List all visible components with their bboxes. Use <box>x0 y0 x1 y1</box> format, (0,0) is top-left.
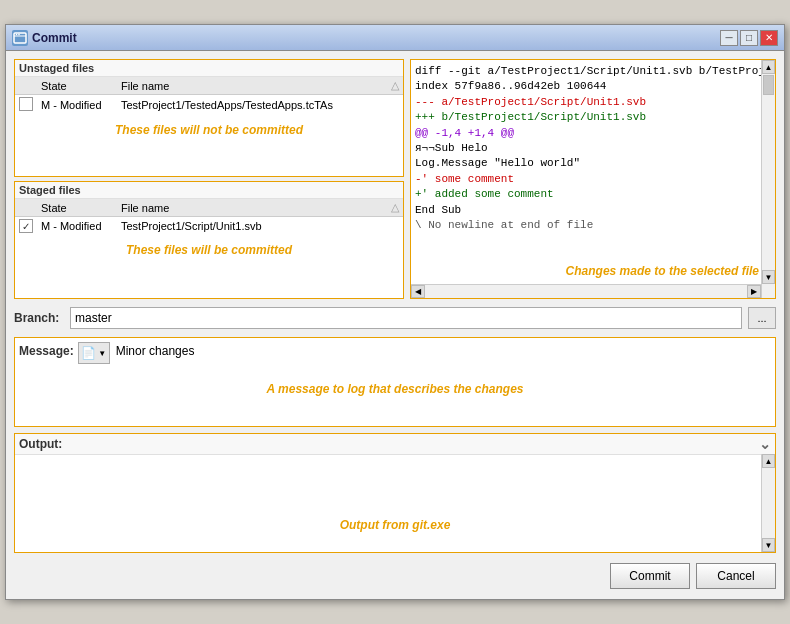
unstaged-header: Unstaged files <box>15 60 403 77</box>
unstaged-checkbox-0[interactable] <box>19 97 33 111</box>
output-content[interactable] <box>15 455 775 552</box>
top-section: Unstaged files State File name △ <box>14 59 776 299</box>
svg-point-3 <box>18 33 20 35</box>
branch-label: Branch: <box>14 311 64 325</box>
output-scroll-up[interactable]: ▲ <box>762 454 775 468</box>
staged-state-0: M - Modified <box>37 217 117 236</box>
commit-window: Commit ─ □ ✕ Unstaged files St <box>5 24 785 600</box>
button-row: Commit Cancel <box>14 559 776 591</box>
scroll-left-arrow[interactable]: ◀ <box>411 285 425 298</box>
scroll-down-arrow[interactable]: ▼ <box>762 270 775 284</box>
unstaged-table: State File name △ M - Modified TestProje… <box>15 77 403 115</box>
close-button[interactable]: ✕ <box>760 30 778 46</box>
diff-panel: diff --git a/TestProject1/Script/Unit1.s… <box>410 59 776 299</box>
minimize-button[interactable]: ─ <box>720 30 738 46</box>
scroll-right-arrow[interactable]: ▶ <box>747 285 761 298</box>
message-row: Message: 📄 ▼ Minor changes <box>15 338 775 378</box>
maximize-button[interactable]: □ <box>740 30 758 46</box>
staged-col-check <box>15 199 37 217</box>
output-header: Output: ⌄ <box>15 434 775 455</box>
output-expand-button[interactable]: ⌄ <box>759 436 771 452</box>
unstaged-state-0: M - Modified <box>37 95 117 116</box>
message-label: Message: <box>19 344 74 358</box>
unstaged-file-0: TestProject1/TestedApps/TestedApps.tcTAs <box>117 95 387 116</box>
output-placeholder: Output from git.exe <box>340 518 451 532</box>
commit-button[interactable]: Commit <box>610 563 690 589</box>
output-scroll-down[interactable]: ▼ <box>762 538 775 552</box>
unstaged-col-file: File name <box>117 77 387 95</box>
title-bar: Commit ─ □ ✕ <box>6 25 784 51</box>
message-textarea[interactable]: Minor changes <box>114 342 771 374</box>
branch-row: Branch: ... <box>14 305 776 331</box>
unstaged-placeholder: These files will not be committed <box>15 115 403 145</box>
diff-placeholder: Changes made to the selected file <box>562 256 763 286</box>
message-section: Message: 📄 ▼ Minor changes A message to … <box>14 337 776 427</box>
cancel-button[interactable]: Cancel <box>696 563 776 589</box>
unstaged-col-check <box>15 77 37 95</box>
svg-point-2 <box>16 33 18 35</box>
diff-scrollbar-h[interactable]: ◀ ▶ <box>411 284 761 298</box>
title-bar-left: Commit <box>12 30 77 46</box>
output-scrollbar-v[interactable]: ▲ ▼ <box>761 454 775 552</box>
unstaged-col-state: State <box>37 77 117 95</box>
unstaged-col-sort: △ <box>387 77 403 95</box>
diff-scrollbar-v[interactable]: ▲ ▼ <box>761 60 775 298</box>
message-placeholder: A message to log that describes the chan… <box>15 378 775 400</box>
table-row[interactable]: M - Modified TestProject1/Script/Unit1.s… <box>15 217 403 236</box>
window-body: Unstaged files State File name △ <box>6 51 784 599</box>
output-label: Output: <box>19 437 62 451</box>
staged-file-0: TestProject1/Script/Unit1.svb <box>117 217 387 236</box>
staged-header: Staged files <box>15 182 403 199</box>
window-icon <box>12 30 28 46</box>
staged-col-state: State <box>37 199 117 217</box>
output-section: Output: ⌄ Output from git.exe ▲ ▼ <box>14 433 776 553</box>
window-title: Commit <box>32 31 77 45</box>
title-bar-buttons: ─ □ ✕ <box>720 30 778 46</box>
message-icon-button[interactable]: 📄 ▼ <box>78 342 110 364</box>
table-row[interactable]: M - Modified TestProject1/TestedApps/Tes… <box>15 95 403 116</box>
scroll-up-arrow[interactable]: ▲ <box>762 60 775 74</box>
left-panels: Unstaged files State File name △ <box>14 59 404 299</box>
staged-placeholder: These files will be committed <box>15 235 403 265</box>
staged-col-sort: △ <box>387 199 403 217</box>
branch-input[interactable] <box>70 307 742 329</box>
staged-checkbox-0[interactable] <box>19 219 33 233</box>
branch-browse-button[interactable]: ... <box>748 307 776 329</box>
message-dropdown-icon: ▼ <box>98 349 106 358</box>
message-doc-icon: 📄 <box>81 346 96 360</box>
staged-col-file: File name <box>117 199 387 217</box>
staged-table: State File name △ M - Modified TestProje… <box>15 199 403 235</box>
unstaged-panel: Unstaged files State File name △ <box>14 59 404 177</box>
staged-panel: Staged files State File name △ <box>14 181 404 299</box>
